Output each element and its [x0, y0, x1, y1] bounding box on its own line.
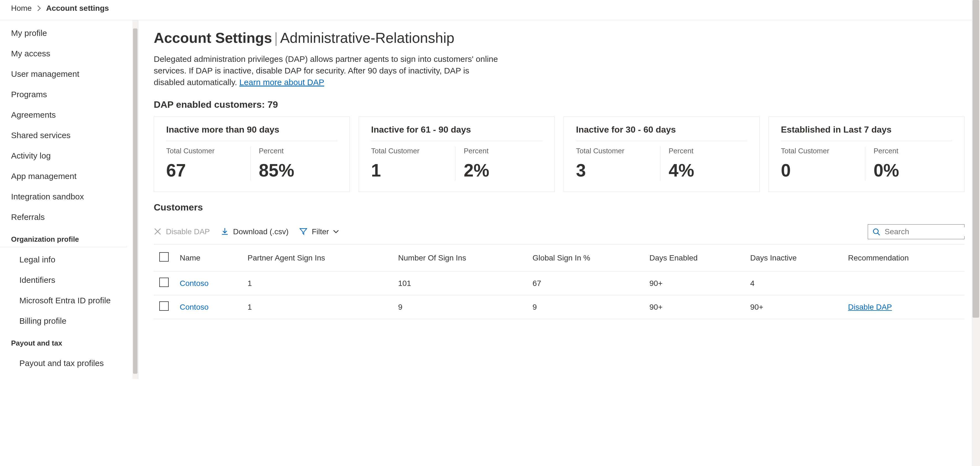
card-title: Inactive for 30 - 60 days	[576, 125, 747, 141]
card-stat-value-percent: 85%	[259, 160, 337, 181]
table-header-row: Name Partner Agent Sign Ins Number Of Si…	[154, 244, 964, 271]
sidebar-item-programs[interactable]: Programs	[0, 84, 138, 105]
table-row: Contoso 1 9 9 90+ 90+ Disable DAP	[154, 295, 964, 319]
sidebar-item-my-profile[interactable]: My profile	[0, 23, 138, 43]
breadcrumb-home[interactable]: Home	[11, 4, 32, 13]
sidebar-item-referrals[interactable]: Referrals	[0, 207, 138, 227]
cell-partner-signins: 1	[242, 271, 392, 295]
sidebar-item-activity-log[interactable]: Activity log	[0, 146, 138, 166]
card-title: Established in Last 7 days	[781, 125, 952, 141]
page-description: Delegated administration privileges (DAP…	[154, 53, 500, 88]
card-stat-value-total: 1	[371, 160, 450, 181]
card-inactive-61-90: Inactive for 61 - 90 days Total Customer…	[359, 117, 555, 192]
download-csv-label: Download (.csv)	[233, 227, 289, 236]
col-num-signins[interactable]: Number Of Sign Ins	[393, 244, 527, 271]
cell-days-enabled: 90+	[644, 295, 745, 319]
customer-name-link[interactable]: Contoso	[180, 279, 208, 288]
cell-global-pct: 9	[527, 295, 644, 319]
col-days-enabled[interactable]: Days Enabled	[644, 244, 745, 271]
chevron-down-icon	[333, 230, 339, 234]
card-title: Inactive more than 90 days	[166, 125, 337, 141]
card-title: Inactive for 61 - 90 days	[371, 125, 542, 141]
description-text: Delegated administration privileges (DAP…	[154, 54, 498, 87]
cell-recommendation	[843, 271, 964, 295]
disable-dap-label: Disable DAP	[166, 227, 210, 236]
breadcrumb: Home Account settings	[0, 0, 980, 20]
filter-icon	[299, 228, 308, 236]
col-global-signin-pct[interactable]: Global Sign In %	[527, 244, 644, 271]
sidebar-group-payout-and-tax: Payout and tax	[0, 331, 127, 351]
page-title-strong: Account Settings	[154, 30, 272, 46]
card-stat-label-percent: Percent	[669, 147, 747, 155]
page-scrollbar[interactable]	[972, 0, 980, 379]
customers-toolbar: Disable DAP Download (.csv) Filter	[154, 219, 964, 244]
sidebar-item-agreements[interactable]: Agreements	[0, 105, 138, 125]
close-icon	[154, 228, 162, 236]
sidebar-item-integration-sandbox[interactable]: Integration sandbox	[0, 187, 138, 207]
search-box[interactable]	[868, 224, 964, 239]
card-stat-label-percent: Percent	[464, 147, 542, 155]
disable-dap-button[interactable]: Disable DAP	[154, 227, 210, 236]
sidebar-item-identifiers[interactable]: Identifiers	[0, 270, 138, 290]
sidebar-item-my-access[interactable]: My access	[0, 43, 138, 64]
col-days-inactive[interactable]: Days Inactive	[745, 244, 843, 271]
main-content: Account Settings|Administrative-Relation…	[138, 20, 980, 379]
sidebar-item-user-management[interactable]: User management	[0, 64, 138, 84]
cell-days-inactive: 90+	[745, 295, 843, 319]
col-name[interactable]: Name	[174, 244, 242, 271]
card-stat-value-total: 0	[781, 160, 859, 181]
summary-cards: Inactive more than 90 days Total Custome…	[154, 117, 964, 192]
customers-table: Name Partner Agent Sign Ins Number Of Si…	[154, 244, 964, 319]
card-inactive-30-60: Inactive for 30 - 60 days Total Customer…	[563, 117, 760, 192]
download-csv-button[interactable]: Download (.csv)	[221, 227, 289, 236]
sidebar-scrollbar[interactable]	[132, 20, 138, 379]
card-stat-value-total: 67	[166, 160, 245, 181]
sidebar-item-legal-info[interactable]: Legal info	[0, 249, 138, 270]
learn-more-link[interactable]: Learn more about DAP	[239, 78, 325, 87]
card-stat-label-total: Total Customer	[166, 147, 245, 155]
page-title-separator: |	[274, 30, 278, 46]
customers-heading: Customers	[154, 202, 964, 213]
recommendation-link[interactable]: Disable DAP	[848, 303, 892, 311]
cell-global-pct: 67	[527, 271, 644, 295]
page-title-subtitle: Administrative-Relationship	[280, 30, 454, 46]
col-recommendation[interactable]: Recommendation	[843, 244, 964, 271]
sidebar: My profile My access User management Pro…	[0, 20, 138, 379]
cell-num-signins: 101	[393, 271, 527, 295]
page-title: Account Settings|Administrative-Relation…	[154, 30, 964, 46]
card-stat-value-total: 3	[576, 160, 654, 181]
filter-label: Filter	[312, 227, 329, 236]
card-stat-label-total: Total Customer	[371, 147, 450, 155]
cell-num-signins: 9	[393, 295, 527, 319]
search-icon	[872, 228, 880, 236]
sidebar-item-billing-profile[interactable]: Billing profile	[0, 311, 138, 331]
sidebar-item-app-management[interactable]: App management	[0, 166, 138, 187]
page-scrollbar-thumb[interactable]	[972, 0, 979, 318]
svg-point-0	[873, 229, 878, 234]
sidebar-item-payout-tax-profiles[interactable]: Payout and tax profiles	[0, 353, 138, 374]
card-stat-label-percent: Percent	[873, 147, 952, 155]
sidebar-item-shared-services[interactable]: Shared services	[0, 125, 138, 146]
cell-partner-signins: 1	[242, 295, 392, 319]
card-stat-label-percent: Percent	[259, 147, 337, 155]
dap-enabled-heading: DAP enabled customers: 79	[154, 99, 964, 110]
card-stat-value-percent: 0%	[873, 160, 952, 181]
select-all-checkbox[interactable]	[159, 252, 169, 262]
breadcrumb-current: Account settings	[46, 4, 109, 13]
cell-days-enabled: 90+	[644, 271, 745, 295]
customer-name-link[interactable]: Contoso	[180, 303, 208, 311]
search-input[interactable]	[885, 227, 980, 236]
chevron-right-icon	[37, 5, 41, 11]
row-checkbox[interactable]	[159, 301, 169, 311]
sidebar-scrollbar-thumb[interactable]	[133, 29, 137, 374]
filter-button[interactable]: Filter	[299, 227, 339, 236]
card-inactive-90plus: Inactive more than 90 days Total Custome…	[154, 117, 350, 192]
row-checkbox[interactable]	[159, 277, 169, 287]
col-partner-signins[interactable]: Partner Agent Sign Ins	[242, 244, 392, 271]
download-icon	[221, 228, 229, 236]
sidebar-item-entra-id-profile[interactable]: Microsoft Entra ID profile	[0, 290, 138, 311]
sidebar-group-organization-profile: Organization profile	[0, 227, 127, 247]
cell-days-inactive: 4	[745, 271, 843, 295]
card-stat-value-percent: 4%	[669, 160, 747, 181]
card-stat-value-percent: 2%	[464, 160, 542, 181]
